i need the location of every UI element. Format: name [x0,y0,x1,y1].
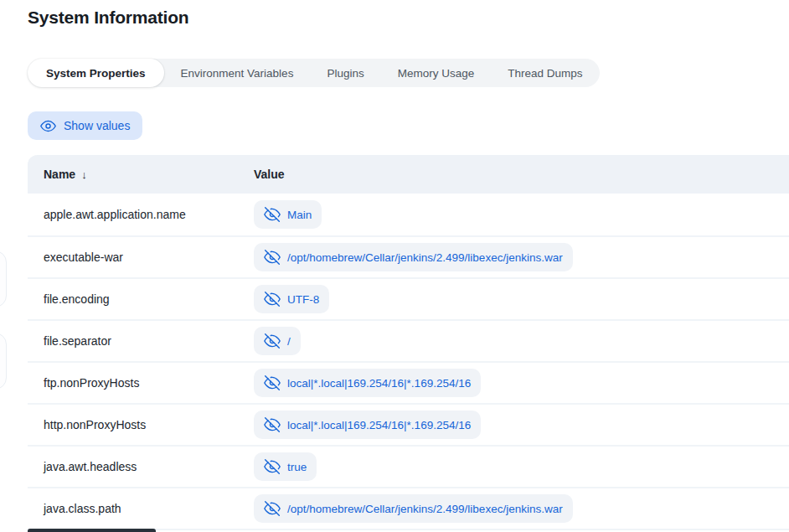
cutoff-panel-fragment [0,333,7,390]
property-value-cell: / [254,327,789,355]
property-value-cell: local|*.local|169.254/16|*.169.254/16 [254,369,789,397]
property-name: file.encoding [28,292,254,306]
property-name: file.separator [28,334,254,348]
show-values-label: Show values [64,119,130,132]
tab-thread-dumps[interactable]: Thread Dumps [491,59,599,87]
eye-slash-icon [264,500,281,517]
property-value-cell: true [254,452,789,481]
property-name: executable-war [28,251,254,264]
tab-memory-usage[interactable]: Memory Usage [381,59,492,87]
property-value-cell: /opt/homebrew/Cellar/jenkins/2.499/libex… [254,243,789,271]
eye-slash-icon [264,458,281,475]
property-value-cell: local|*.local|169.254/16|*.169.254/16 [254,411,789,439]
property-name: java.class.path [28,502,254,515]
eye-slash-icon [264,291,281,307]
tooltip-fragment [28,529,156,532]
hidden-value-text: /opt/homebrew/Cellar/jenkins/2.499/libex… [287,503,563,515]
hidden-value-text: local|*.local|169.254/16|*.169.254/16 [287,377,471,390]
table-row: executable-war /opt/homebrew/Cellar/jenk… [28,235,789,277]
hidden-value-text: Main [287,209,312,221]
eye-icon [40,118,56,134]
hidden-value-chip[interactable]: Main [254,200,322,229]
table-row: java.awt.headless true [28,445,789,487]
show-values-button[interactable]: Show values [28,111,142,140]
property-value-cell: /opt/homebrew/Cellar/jenkins/2.499/libex… [254,494,789,523]
eye-slash-icon [264,374,281,391]
column-header-value: Value [254,168,789,181]
hidden-value-chip[interactable]: /opt/homebrew/Cellar/jenkins/2.499/libex… [254,494,573,523]
property-name: http.nonProxyHosts [28,418,254,431]
hidden-value-chip[interactable]: UTF-8 [254,285,329,313]
hidden-value-chip[interactable]: true [254,452,317,481]
hidden-value-text: UTF-8 [287,293,319,306]
eye-slash-icon [264,249,281,266]
hidden-value-chip[interactable]: / [254,327,301,355]
eye-slash-icon [264,206,281,223]
table-row: java.class.path /opt/homebrew/Cellar/jen… [28,487,789,529]
cutoff-panel-fragment [0,251,7,307]
table-row: file.separator / [28,319,789,361]
property-name: apple.awt.application.name [28,208,254,221]
system-properties-table: Name ↓ Value apple.awt.application.name … [28,155,789,532]
property-name: ftp.nonProxyHosts [28,376,254,390]
hidden-value-text: true [287,461,307,473]
hidden-value-text: /opt/homebrew/Cellar/jenkins/2.499/libex… [287,251,563,264]
table-header: Name ↓ Value [28,155,789,194]
property-value-cell: UTF-8 [254,285,789,313]
property-name: java.awt.headless [28,460,254,473]
hidden-value-chip[interactable]: local|*.local|169.254/16|*.169.254/16 [254,411,481,439]
tab-environment-variables[interactable]: Environment Variables [164,59,311,87]
table-row: ftp.nonProxyHosts local|*.local|169.254/… [28,361,789,403]
table-row: http.nonProxyHosts local|*.local|169.254… [28,403,789,445]
tab-plugins[interactable]: Plugins [310,59,380,87]
tab-system-properties[interactable]: System Properties [28,59,164,87]
eye-slash-icon [264,333,281,349]
tab-bar: System Properties Environment Variables … [28,59,600,87]
hidden-value-chip[interactable]: local|*.local|169.254/16|*.169.254/16 [254,369,481,397]
table-row: apple.awt.application.name Main [28,194,789,235]
property-value-cell: Main [254,200,789,229]
eye-slash-icon [264,416,281,433]
hidden-value-text: / [287,335,291,348]
column-header-name[interactable]: Name ↓ [28,168,254,181]
page-title: System Information [28,8,188,28]
hidden-value-chip[interactable]: /opt/homebrew/Cellar/jenkins/2.499/libex… [254,243,573,271]
hidden-value-text: local|*.local|169.254/16|*.169.254/16 [287,419,471,431]
name-column-label: Name [44,168,75,181]
sort-descending-icon: ↓ [81,168,87,181]
table-row: file.encoding UTF-8 [28,277,789,319]
